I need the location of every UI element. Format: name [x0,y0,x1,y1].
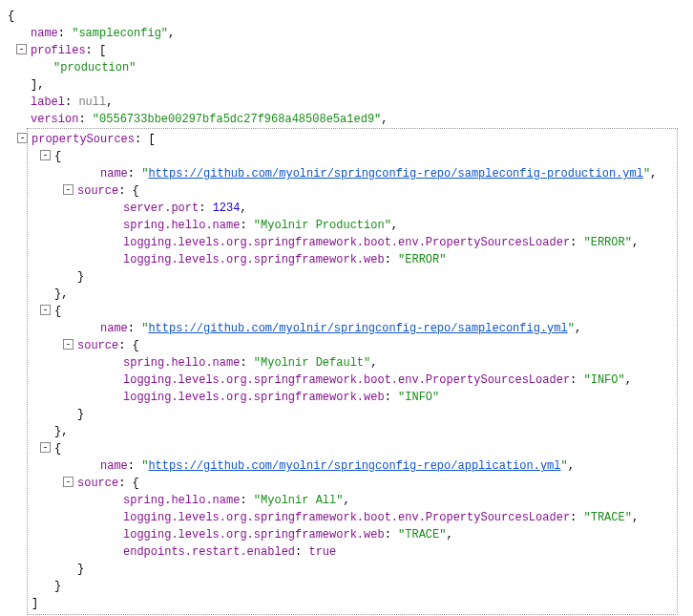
source-prop: logging.levels.org.springframework.boot.… [28,372,677,389]
brace-open: { [8,8,685,25]
brace-close: } [28,406,677,423]
prop-propertysources: -propertySources: [ [28,131,677,148]
json-viewer: { name: "sampleconfig", -profiles: [ "pr… [8,8,685,616]
profiles-item: "production" [8,59,685,76]
prop-version: version: "0556733bbe00297bfa5dc27f968a48… [8,111,685,128]
source-prop: logging.levels.org.springframework.boot.… [28,234,677,251]
prop-profiles: -profiles: [ [8,42,685,59]
source-prop: spring.hello.name: "Myolnir Default", [28,354,677,372]
ps-name: name: "https://github.com/myolnir/spring… [28,320,677,337]
collapse-toggle[interactable]: - [40,305,51,315]
ps-source: -source: { [28,337,677,354]
source-url-link[interactable]: https://github.com/myolnir/springconfig-… [148,322,567,335]
ps-entry-close: }, [28,423,677,440]
brace-close: } [28,561,677,578]
collapse-toggle[interactable]: - [63,477,74,487]
source-prop: logging.levels.org.springframework.web: … [28,526,677,543]
source-prop: spring.hello.name: "Myolnir Production", [28,217,677,234]
ps-source: -source: { [28,182,677,200]
ps-entry-close: }, [28,286,677,303]
source-prop: spring.hello.name: "Myolnir All", [28,492,677,509]
source-prop: logging.levels.org.springframework.boot.… [28,509,677,526]
bracket-close: ] [28,595,677,612]
ps-name: name: "https://github.com/myolnir/spring… [28,165,677,182]
ps-entry-close: } [28,578,677,595]
source-url-link[interactable]: https://github.com/myolnir/springconfig-… [148,459,560,473]
prop-name: name: "sampleconfig", [8,25,685,42]
ps-entry-open: -{ [28,148,677,165]
collapse-toggle[interactable]: - [63,339,74,350]
source-prop: logging.levels.org.springframework.web: … [28,389,677,406]
collapse-toggle[interactable]: - [63,184,74,195]
property-sources-box: -propertySources: [ -{name: "https://git… [27,128,678,615]
ps-source: -source: { [28,475,677,492]
ps-entry-open: -{ [28,440,677,457]
collapse-toggle[interactable]: - [16,44,27,54]
ps-name: name: "https://github.com/myolnir/spring… [28,457,677,475]
source-prop: logging.levels.org.springframework.web: … [28,251,677,268]
source-prop: server.port: 1234, [28,200,677,217]
collapse-toggle[interactable]: - [40,150,51,160]
source-url-link[interactable]: https://github.com/myolnir/springconfig-… [148,167,642,181]
brace-close: } [28,268,677,286]
source-prop: endpoints.restart.enabled: true [28,543,677,561]
ps-entry-open: -{ [28,303,677,320]
bracket-close: ], [8,76,685,94]
collapse-toggle[interactable]: - [17,133,28,143]
prop-label: label: null, [8,94,685,111]
collapse-toggle[interactable]: - [40,442,51,453]
